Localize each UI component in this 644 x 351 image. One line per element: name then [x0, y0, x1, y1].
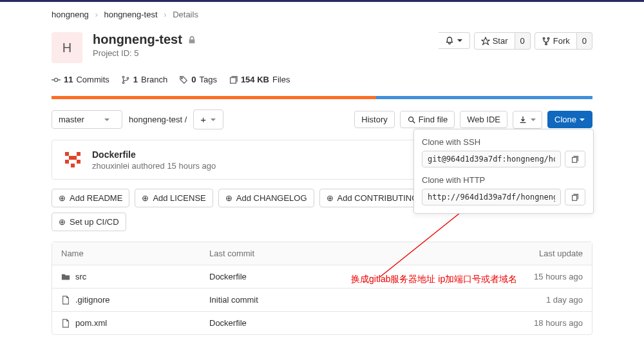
language-bar: [52, 96, 592, 99]
svg-rect-12: [77, 152, 80, 156]
repo-path[interactable]: hongneng-test /: [129, 115, 187, 124]
plus-icon: ⊕: [142, 193, 149, 203]
plus-icon: ⊕: [225, 193, 232, 203]
download-icon: [518, 115, 527, 124]
setup-cicd-button[interactable]: ⊕Set up CI/CD: [52, 213, 126, 231]
svg-rect-16: [71, 164, 75, 167]
star-label: Star: [493, 36, 508, 46]
svg-rect-8: [231, 77, 236, 83]
stat-files[interactable]: 154 KBFiles: [229, 75, 290, 84]
commit-avatar: [61, 148, 84, 171]
copy-ssh-button[interactable]: [565, 151, 585, 167]
file-icon: [61, 319, 70, 328]
files-icon: [229, 75, 238, 84]
svg-rect-13: [69, 156, 77, 160]
svg-rect-11: [65, 152, 69, 156]
copy-icon: [571, 155, 580, 164]
clone-http-input[interactable]: [422, 189, 561, 205]
table-row[interactable]: pom.xml Dockerfile 18 hours ago: [52, 312, 592, 334]
notification-button[interactable]: [439, 32, 470, 49]
add-changelog-button[interactable]: ⊕Add CHANGELOG: [218, 189, 314, 207]
file-icon: [61, 296, 70, 305]
project-id: Project ID: 5: [93, 48, 196, 58]
download-button[interactable]: [513, 111, 542, 129]
table-header-update: Last update: [506, 249, 583, 258]
svg-point-9: [408, 117, 413, 121]
fork-button[interactable]: Fork: [535, 32, 577, 50]
svg-rect-14: [65, 160, 69, 164]
svg-point-6: [127, 77, 129, 79]
branch-select[interactable]: master: [52, 110, 122, 129]
svg-point-2: [545, 43, 547, 45]
clone-dropdown: Clone with SSH Clone with HTTP: [413, 129, 594, 214]
svg-rect-18: [573, 195, 577, 200]
history-button[interactable]: History: [354, 111, 394, 128]
chevron-down-icon: [579, 117, 585, 123]
commit-icon: [52, 75, 61, 84]
clone-http-label: Clone with HTTP: [422, 175, 585, 185]
add-contributing-button[interactable]: ⊕Add CONTRIBUTING: [319, 189, 426, 207]
add-dropdown[interactable]: +: [193, 109, 223, 129]
star-count: 0: [515, 32, 531, 50]
stat-commits[interactable]: 11Commits: [52, 75, 109, 84]
copy-icon: [571, 193, 580, 202]
chevron-down-icon: [457, 37, 463, 44]
breadcrumb-root[interactable]: hongneng: [52, 10, 89, 19]
web-ide-button[interactable]: Web IDE: [460, 111, 507, 128]
add-readme-button[interactable]: ⊕Add README: [52, 189, 129, 207]
search-icon: [407, 115, 416, 124]
svg-point-7: [182, 77, 183, 79]
commit-title[interactable]: Dockerfile: [92, 149, 216, 160]
star-button[interactable]: Star: [474, 32, 515, 50]
svg-point-3: [54, 78, 57, 81]
find-file-button[interactable]: Find file: [400, 111, 455, 128]
commit-meta: zhouxinlei authored 15 hours ago: [92, 161, 216, 171]
svg-point-0: [543, 37, 545, 39]
project-title: hongneng-test: [93, 32, 182, 47]
svg-rect-15: [77, 160, 80, 164]
svg-rect-17: [573, 157, 577, 162]
breadcrumb-project[interactable]: hongneng-test: [104, 10, 157, 19]
fork-label: Fork: [553, 36, 570, 46]
annotation-text: 换成gitlab服务器地址 ip加端口号或者域名: [351, 274, 517, 285]
table-row[interactable]: .gitignore Initial commit 1 day ago: [52, 289, 592, 312]
chevron-down-icon: [210, 117, 216, 123]
copy-http-button[interactable]: [565, 189, 585, 205]
clone-ssh-label: Clone with SSH: [422, 137, 585, 147]
tag-icon: [179, 75, 188, 84]
add-license-button[interactable]: ⊕Add LICENSE: [135, 189, 213, 207]
stat-branches[interactable]: 1Branch: [121, 75, 167, 84]
chevron-down-icon: [104, 117, 110, 123]
chevron-down-icon: [530, 117, 536, 123]
plus-icon: ⊕: [59, 217, 66, 227]
breadcrumb-page: Details: [173, 10, 198, 19]
files-table: Name Last commit Last update src Dockerf…: [52, 242, 592, 335]
stat-tags[interactable]: 0Tags: [179, 75, 217, 84]
folder-icon: [61, 272, 70, 281]
project-avatar: H: [52, 32, 82, 63]
fork-count: 0: [577, 32, 592, 50]
clone-button[interactable]: Clone: [547, 111, 592, 128]
svg-point-4: [122, 76, 124, 78]
plus-icon: ⊕: [327, 193, 334, 203]
clone-ssh-input[interactable]: [422, 151, 561, 167]
table-header-name: Name: [61, 249, 209, 258]
table-header-commit: Last commit: [209, 249, 506, 258]
lock-icon: [187, 35, 196, 44]
svg-point-5: [122, 82, 124, 84]
svg-point-1: [547, 37, 549, 39]
breadcrumb: hongneng › hongneng-test › Details: [52, 2, 592, 26]
branch-icon: [121, 75, 130, 84]
plus-icon: ⊕: [59, 193, 66, 203]
